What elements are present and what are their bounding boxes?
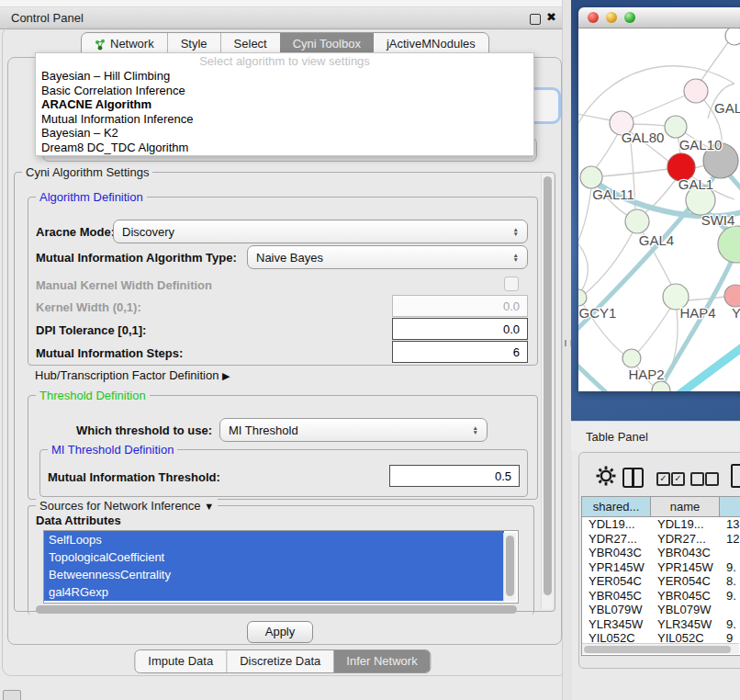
table-row[interactable]: YER054CYER054C8. <box>582 574 740 589</box>
which-threshold-combobox[interactable]: MI Threshold ▲▼ <box>219 418 488 442</box>
columns-icon[interactable] <box>622 468 644 488</box>
table-row[interactable]: YDL19...YDL19...13 <box>582 517 740 532</box>
float-window-icon[interactable] <box>530 14 541 25</box>
table-cell: YDL19... <box>582 517 651 532</box>
network-node[interactable] <box>724 285 740 307</box>
table-row[interactable]: YDR27...YDR27...12 <box>582 532 740 547</box>
unchecked-box-icon[interactable] <box>705 472 719 486</box>
divider-grip-icon[interactable] <box>565 340 571 346</box>
table-cell: YER054C <box>651 574 720 589</box>
network-edge[interactable] <box>578 66 734 137</box>
collapse-right-icon[interactable]: ▶ <box>222 370 230 381</box>
network-node[interactable] <box>625 209 649 233</box>
network-node[interactable] <box>622 349 641 367</box>
algorithm-option[interactable]: Dream8 DC_TDC Algorithm <box>36 141 533 155</box>
list-scrollbar-thumb[interactable] <box>506 536 514 596</box>
dpi-tolerance-field[interactable]: 0.0 <box>392 318 528 340</box>
unchecked-box-icon[interactable] <box>690 472 704 486</box>
network-edge[interactable] <box>601 169 668 176</box>
table-cell: 9. <box>720 589 740 604</box>
minimize-traffic-light-icon[interactable] <box>606 12 617 23</box>
data-attributes-list[interactable]: SelfLoopsTopologicalCoefficientBetweenne… <box>43 530 519 604</box>
gear-icon[interactable] <box>596 466 616 486</box>
attribute-list-item[interactable]: TopologicalCoefficient <box>44 548 504 566</box>
network-edge[interactable] <box>578 238 588 293</box>
table-panel-title: Table Panel <box>571 430 648 444</box>
aracne-mode-value: Discovery <box>122 225 174 239</box>
table-row[interactable]: YPR145WYPR145W9. <box>582 560 740 575</box>
table-cell: YBR043C <box>582 546 651 560</box>
algorithm-option[interactable]: Bayesian – K2 <box>36 126 533 141</box>
settings-scrollbar-thumb[interactable] <box>544 176 552 595</box>
apply-button[interactable]: Apply <box>247 621 313 643</box>
sources-hscrollbar-thumb[interactable] <box>36 605 517 614</box>
column-header[interactable]: name <box>651 497 720 516</box>
algorithm-option[interactable]: ARACNE Algorithm <box>36 97 533 112</box>
close-icon[interactable]: ✖ <box>546 10 556 24</box>
manual-kernel-checkbox[interactable] <box>504 277 519 291</box>
mi-type-label: Mutual Information Algorithm Type: <box>36 251 237 265</box>
table-cell: YDL19... <box>651 517 720 532</box>
table-row[interactable]: YLR345WYLR345W9. <box>582 617 740 632</box>
table-row[interactable]: YBR043CYBR043C <box>582 546 740 560</box>
kernel-width-field[interactable]: 0.0 <box>392 295 528 317</box>
sources-title-text: Sources for Network Inference <box>39 499 201 513</box>
network-edge-thick[interactable] <box>578 359 606 391</box>
document-icon[interactable] <box>731 464 740 488</box>
aracne-mode-combobox[interactable]: Discovery ▲▼ <box>113 220 528 243</box>
network-node-label: GAL11 <box>592 186 634 202</box>
algorithm-option[interactable]: Basic Correlation Inference <box>36 84 533 98</box>
network-edge[interactable] <box>689 297 725 300</box>
checked-box-icon[interactable]: ✓ <box>671 472 685 486</box>
column-header[interactable]: A <box>720 497 740 516</box>
mi-type-combobox[interactable]: Naive Bayes ▲▼ <box>247 245 528 269</box>
dock-restore-icon[interactable] <box>3 690 21 700</box>
network-edge[interactable] <box>700 41 729 83</box>
tab-infer-network[interactable]: Infer Network <box>333 650 430 672</box>
algorithm-option[interactable]: Bayesian – Hill Climbing <box>36 69 533 84</box>
network-node[interactable] <box>684 79 708 103</box>
mi-threshold-field[interactable]: 0.5 <box>389 465 520 487</box>
table-cell: YBL079W <box>651 603 720 617</box>
network-node-label: GAL1 <box>678 176 713 192</box>
attribute-list-item[interactable]: SelfLoops <box>44 531 504 548</box>
network-node[interactable] <box>652 381 670 391</box>
network-edge-thick[interactable] <box>679 346 740 391</box>
network-edge[interactable] <box>578 188 591 251</box>
algorithm-dropdown-popup: Select algorithm to view settings Bayesi… <box>35 52 534 156</box>
tab-impute-data[interactable]: Impute Data <box>135 650 226 672</box>
sources-hscrollbar[interactable] <box>36 605 522 614</box>
network-node[interactable] <box>665 116 687 138</box>
network-node[interactable] <box>725 28 740 45</box>
sources-group: Sources for Network Inference ▼ Data Att… <box>28 505 534 615</box>
network-node-label: GAL4 <box>639 232 674 248</box>
tab-discretize-data[interactable]: Discretize Data <box>226 650 333 672</box>
mi-type-value: Naive Bayes <box>256 251 323 265</box>
network-edge[interactable] <box>595 130 620 169</box>
data-attributes-label: Data Attributes <box>36 514 121 527</box>
network-edge[interactable] <box>578 113 611 120</box>
attribute-list-item[interactable]: gal4RGexp <box>44 583 504 601</box>
hub-definition-label[interactable]: Hub/Transcription Factor Definition ▶ <box>35 368 230 382</box>
table-row[interactable]: YBR045CYBR045C9. <box>582 589 740 604</box>
table-row[interactable]: YBL079WYBL079W <box>582 603 740 617</box>
network-edge[interactable] <box>586 232 633 293</box>
close-traffic-light-icon[interactable] <box>588 12 599 23</box>
table-hscrollbar[interactable] <box>582 643 739 654</box>
network-node[interactable] <box>718 226 740 263</box>
mi-steps-field[interactable]: 6 <box>392 341 528 363</box>
network-node[interactable] <box>578 289 587 306</box>
list-scrollbar[interactable] <box>503 533 516 601</box>
network-edge[interactable] <box>638 307 671 352</box>
settings-scrollbar[interactable] <box>541 175 553 609</box>
attribute-list-item[interactable]: BetweennessCentrality <box>44 566 504 583</box>
mi-threshold-group: MI Threshold Definition Mutual Informati… <box>39 449 528 497</box>
table-hscrollbar-thumb[interactable] <box>584 646 731 653</box>
checked-box-icon[interactable]: ✓ <box>656 472 670 486</box>
expand-down-icon[interactable]: ▼ <box>204 501 214 512</box>
zoom-traffic-light-icon[interactable] <box>624 12 635 23</box>
column-header[interactable]: shared... <box>582 497 651 516</box>
network-canvas[interactable]: GALGAL80GAL10GAL1GAL11SWI4GAL4GCY1HAP4YH… <box>578 28 740 391</box>
algorithm-option[interactable]: Mutual Information Inference <box>36 112 533 127</box>
network-node[interactable] <box>580 166 602 188</box>
